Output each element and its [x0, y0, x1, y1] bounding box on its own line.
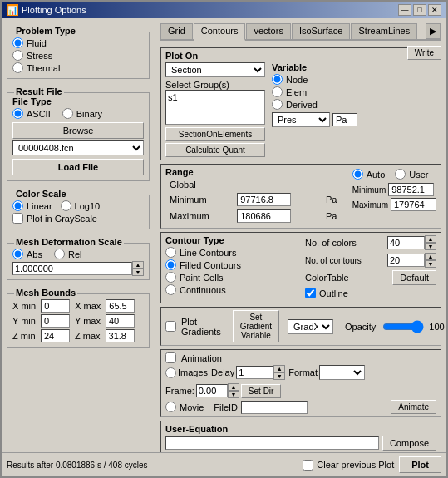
x-min-input[interactable] — [41, 299, 70, 313]
window-title: Plotting Options — [22, 5, 86, 15]
ascii-radio[interactable] — [12, 108, 23, 119]
linear-radio[interactable] — [12, 200, 23, 211]
maximize-button[interactable]: □ — [413, 4, 426, 16]
outline-checkbox[interactable] — [305, 288, 316, 298]
no-colors-down[interactable]: ▼ — [425, 243, 436, 250]
log10-radio[interactable] — [61, 200, 71, 211]
user-max-label: Maximum — [352, 200, 388, 209]
tab-isosurface[interactable]: IsoSurface — [292, 23, 351, 39]
format-select[interactable] — [319, 365, 365, 380]
no-colors-label: No. of colors — [305, 238, 382, 248]
max-value-input[interactable] — [237, 209, 291, 223]
range-section: Range Global Minimum Pa — [165, 167, 436, 225]
y-min-label: Y min — [12, 316, 36, 326]
section-on-elements-btn[interactable]: SectionOnElements — [165, 127, 265, 141]
frame-down[interactable]: ▼ — [228, 391, 239, 398]
frame-up[interactable]: ▲ — [228, 383, 239, 391]
pres-unit-input[interactable] — [332, 113, 357, 126]
images-radio[interactable] — [165, 367, 176, 378]
mesh-bounds-group: Mesh Bounds X min X max Y min Y max Z mi… — [7, 293, 150, 348]
tab-more[interactable]: ▶ — [426, 23, 441, 39]
filled-contours-label: Filled Contours — [180, 260, 241, 270]
line-contours-radio[interactable] — [165, 247, 176, 258]
animation-controls: Images Delay ▲ ▼ Format — [165, 365, 436, 398]
filled-contours-radio[interactable] — [165, 259, 176, 270]
continuous-radio[interactable] — [165, 284, 176, 295]
thermal-radio[interactable] — [12, 62, 23, 73]
set-gradient-btn[interactable]: Set Gradient Variable — [233, 310, 279, 342]
section-select[interactable]: Section — [165, 62, 265, 77]
no-colors-input[interactable] — [387, 236, 425, 249]
plot-on-right: Variable Node Elem Derived — [272, 62, 436, 127]
delay-label: Delay — [211, 367, 234, 377]
opacity-slider[interactable] — [382, 320, 424, 333]
tab-streamlines[interactable]: StreamLines — [351, 23, 417, 39]
paint-cells-radio[interactable] — [165, 272, 176, 283]
deform-up-btn[interactable]: ▲ — [132, 261, 144, 269]
node-radio[interactable] — [272, 74, 283, 85]
user-max-input[interactable] — [391, 198, 436, 211]
binary-radio[interactable] — [62, 108, 73, 119]
z-min-input[interactable] — [41, 329, 70, 342]
deform-down-btn[interactable]: ▼ — [132, 269, 144, 276]
browse-button[interactable]: Browse — [12, 122, 144, 139]
animate-btn[interactable]: Animate — [391, 400, 436, 414]
node-label: Node — [286, 75, 308, 85]
plot-btn[interactable]: Plot — [399, 456, 441, 473]
close-button[interactable]: ✕ — [428, 4, 441, 16]
compose-btn[interactable]: Compose — [382, 436, 436, 451]
elem-radio[interactable] — [272, 86, 283, 97]
group-listbox[interactable]: s1 — [165, 90, 265, 125]
set-dir-btn[interactable]: Set Dir — [241, 384, 282, 398]
delay-down[interactable]: ▼ — [273, 372, 285, 380]
plot-on-box: Plot On Section Select Group(s) s1 Secti… — [160, 47, 441, 160]
global-label: Global — [167, 179, 233, 190]
stress-radio[interactable] — [12, 50, 23, 61]
clear-plot-checkbox[interactable] — [303, 460, 313, 471]
deform-scale-input[interactable] — [12, 262, 132, 275]
no-contours-input[interactable] — [387, 254, 425, 267]
min-value-input[interactable] — [237, 193, 291, 206]
no-contours-up[interactable]: ▲ — [425, 253, 436, 260]
user-radio[interactable] — [395, 169, 406, 180]
x-max-input[interactable] — [106, 299, 135, 313]
user-min-label: Minimum — [352, 185, 386, 195]
gradient-var-select[interactable]: GradX — [288, 319, 333, 334]
derived-radio[interactable] — [272, 99, 283, 110]
equation-input[interactable] — [165, 436, 379, 450]
calc-quant-btn[interactable]: Calculate Quant — [165, 143, 265, 157]
no-colors-spinner: ▲ ▼ — [387, 235, 436, 250]
y-max-input[interactable] — [106, 314, 135, 328]
z-max-input[interactable] — [106, 329, 135, 342]
y-min-input[interactable] — [41, 314, 70, 328]
rel-radio[interactable] — [54, 249, 65, 259]
delay-spin-btns: ▲ ▼ — [273, 365, 285, 380]
delay-spinner: ▲ ▼ — [236, 365, 285, 380]
no-colors-up[interactable]: ▲ — [425, 235, 436, 243]
default-btn[interactable]: Default — [392, 270, 436, 285]
file-id-input[interactable] — [241, 401, 308, 414]
fluid-radio[interactable] — [12, 37, 23, 48]
load-file-button[interactable]: Load File — [12, 159, 144, 175]
delay-up[interactable]: ▲ — [273, 365, 285, 372]
log10-label: Log10 — [75, 201, 101, 211]
pres-select[interactable]: Pres — [272, 112, 330, 127]
abs-radio[interactable] — [12, 249, 23, 259]
minimize-button[interactable]: — — [398, 4, 411, 16]
frame-input[interactable] — [196, 384, 228, 397]
movie-radio[interactable] — [165, 402, 176, 412]
animation-checkbox[interactable] — [165, 352, 176, 363]
grayscale-checkbox[interactable] — [12, 213, 23, 224]
no-contours-row: No. of contours ▲ ▼ — [305, 253, 436, 268]
tab-grid[interactable]: Grid — [160, 23, 193, 39]
auto-radio[interactable] — [352, 169, 363, 180]
no-contours-spinner: ▲ ▼ — [387, 253, 436, 268]
write-btn[interactable]: Write — [407, 46, 441, 60]
gradients-checkbox[interactable] — [165, 321, 176, 332]
tab-vectors[interactable]: vectors — [246, 23, 290, 39]
file-select[interactable]: 00000408.fcn — [12, 140, 144, 155]
user-min-input[interactable] — [388, 183, 434, 196]
tab-contours[interactable]: Contours — [194, 23, 246, 41]
delay-input[interactable] — [236, 366, 273, 379]
no-contours-down[interactable]: ▼ — [425, 260, 436, 268]
